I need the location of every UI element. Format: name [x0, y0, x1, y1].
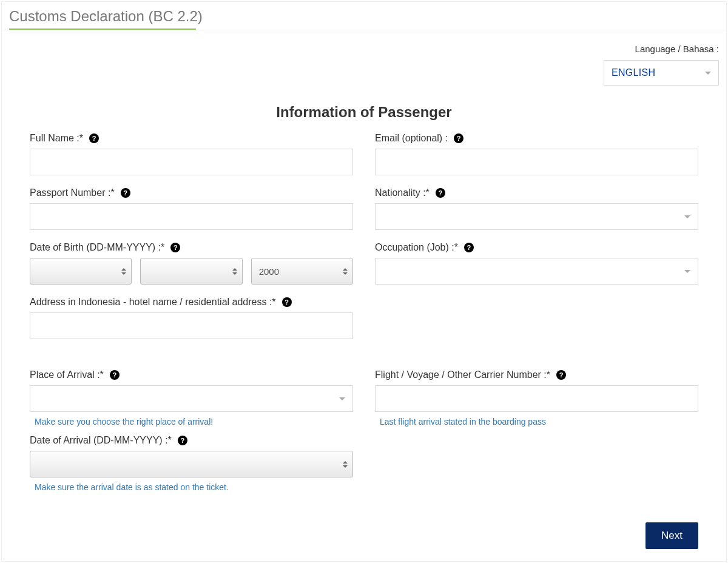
dob-year-value: 2000 — [259, 266, 279, 277]
date-of-arrival-spinner[interactable] — [30, 451, 353, 477]
spinner-arrows-icon — [232, 268, 237, 275]
language-selected-value: ENGLISH — [612, 67, 655, 78]
nationality-label: Nationality :* ? — [375, 187, 698, 198]
section-title: Information of Passenger — [2, 104, 726, 121]
help-icon[interactable]: ? — [464, 243, 474, 252]
dob-year-spinner[interactable]: 2000 — [251, 258, 353, 285]
nationality-select[interactable] — [375, 203, 698, 230]
help-icon[interactable]: ? — [110, 370, 120, 380]
dob-label: Date of Birth (DD-MM-YYYY) :* ? — [30, 242, 353, 253]
carrier-hint: Last flight arrival stated in the boardi… — [380, 417, 698, 427]
dob-month-spinner[interactable] — [140, 258, 242, 285]
help-icon[interactable]: ? — [454, 133, 463, 143]
spinner-arrows-icon — [121, 268, 126, 275]
help-icon[interactable]: ? — [89, 133, 99, 143]
chevron-down-icon — [684, 270, 690, 273]
passport-label: Passport Number :* ? — [30, 187, 353, 198]
dob-day-spinner[interactable] — [30, 258, 132, 285]
language-label: Language / Bahasa : — [635, 44, 719, 54]
help-icon[interactable]: ? — [121, 188, 130, 198]
full-name-label: Full Name :* ? — [30, 133, 353, 144]
next-button[interactable]: Next — [645, 522, 698, 549]
address-input[interactable] — [30, 312, 353, 339]
language-select[interactable]: ENGLISH — [604, 60, 719, 86]
language-area: Language / Bahasa : ENGLISH — [2, 30, 726, 86]
spinner-arrows-icon — [343, 461, 348, 468]
help-icon[interactable]: ? — [556, 370, 566, 380]
help-icon[interactable]: ? — [170, 243, 180, 252]
email-label: Email (optional) : ? — [375, 133, 698, 144]
page-title: Customs Declaration (BC 2.2) — [2, 2, 726, 29]
address-label: Address in Indonesia - hotel name / resi… — [30, 297, 353, 308]
place-of-arrival-select[interactable] — [30, 385, 353, 412]
help-icon[interactable]: ? — [178, 436, 187, 445]
occupation-label: Occupation (Job) :* ? — [375, 242, 698, 253]
occupation-select[interactable] — [375, 258, 698, 285]
date-of-arrival-hint: Make sure the arrival date is as stated … — [35, 482, 353, 492]
help-icon[interactable]: ? — [436, 188, 445, 198]
help-icon[interactable]: ? — [282, 297, 292, 307]
chevron-down-icon — [684, 215, 690, 218]
place-of-arrival-hint: Make sure you choose the right place of … — [35, 417, 353, 427]
carrier-label: Flight / Voyage / Other Carrier Number :… — [375, 369, 698, 380]
full-name-input[interactable] — [30, 149, 353, 175]
chevron-down-icon — [705, 72, 711, 75]
place-of-arrival-label: Place of Arrival :* ? — [30, 369, 353, 380]
spinner-arrows-icon — [343, 268, 348, 275]
chevron-down-icon — [339, 397, 345, 400]
customs-declaration-panel: Customs Declaration (BC 2.2) Language / … — [1, 1, 727, 562]
date-of-arrival-label: Date of Arrival (DD-MM-YYYY) :* ? — [30, 435, 353, 446]
passport-input[interactable] — [30, 203, 353, 230]
carrier-input[interactable] — [375, 385, 698, 412]
email-input[interactable] — [375, 149, 698, 175]
form-area: Full Name :* ? Email (optional) : ? Pass… — [2, 133, 726, 492]
